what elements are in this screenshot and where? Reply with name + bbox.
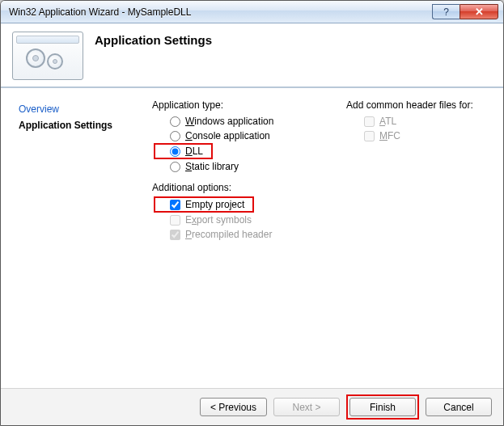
checkbox-input (170, 230, 180, 240)
help-icon: ? (443, 6, 449, 18)
checkbox-label: ATL (379, 116, 396, 127)
checkbox-empty-project[interactable]: Empty project (154, 196, 254, 213)
radio-input[interactable] (170, 116, 180, 127)
wizard-body: Overview Application Settings Applicatio… (1, 88, 503, 385)
sidebar-item-overview[interactable]: Overview (19, 101, 126, 117)
gear-icon (26, 49, 45, 68)
header-graphic (12, 32, 83, 80)
previous-button-wrap: < Previous (200, 398, 267, 416)
additional-options-label: Additional options: (152, 182, 322, 193)
application-type-label: Application type: (152, 99, 322, 111)
checkbox-input (170, 215, 180, 226)
right-column: Add common header files for: ATL MFC (346, 99, 492, 377)
checkbox-precompiled-header: Precompiled header (152, 227, 322, 242)
checkbox-label: Export symbols (185, 214, 252, 226)
common-header-label: Add common header files for: (346, 99, 492, 111)
sidebar-item-application-settings[interactable]: Application Settings (19, 117, 126, 133)
next-button: Next > (273, 398, 340, 416)
finish-button[interactable]: Finish (349, 398, 416, 416)
radio-input[interactable] (170, 162, 180, 172)
titlebar: Win32 Application Wizard - MySampleDLL ?… (1, 1, 503, 23)
checkbox-label: Precompiled header (185, 229, 272, 240)
radio-input[interactable] (170, 146, 180, 157)
cancel-button[interactable]: Cancel (426, 398, 492, 416)
checkbox-export-symbols: Export symbols (152, 213, 322, 227)
cancel-button-wrap: Cancel (426, 398, 492, 416)
radio-label: Static library (185, 161, 239, 172)
close-button[interactable]: ✕ (460, 4, 498, 19)
radio-label: DLL (185, 146, 203, 157)
checkbox-mfc: MFC (346, 129, 492, 143)
radio-console-application[interactable]: Console application (152, 129, 322, 143)
help-button[interactable]: ? (432, 4, 460, 19)
next-button-wrap: Next > (273, 398, 340, 416)
content-area: Application type: Windows application Co… (134, 88, 503, 385)
checkbox-atl: ATL (346, 114, 492, 129)
checkbox-label: MFC (379, 130, 400, 141)
checkbox-input (364, 131, 375, 141)
radio-dll[interactable]: DLL (154, 143, 213, 159)
radio-windows-application[interactable]: Windows application (152, 114, 322, 129)
wizard-window: Win32 Application Wizard - MySampleDLL ?… (0, 0, 504, 426)
radio-static-library[interactable]: Static library (152, 159, 322, 174)
checkbox-label: Empty project (185, 199, 244, 210)
window-buttons: ? ✕ (432, 4, 498, 19)
page-title: Application Settings (95, 32, 212, 47)
left-column: Application type: Windows application Co… (152, 99, 322, 377)
radio-label: Console application (185, 130, 270, 141)
radio-label: Windows application (185, 116, 273, 127)
radio-input[interactable] (170, 131, 180, 141)
checkbox-input (364, 116, 375, 127)
wizard-header: Application Settings (1, 23, 503, 88)
finish-button-wrap: Finish (346, 394, 419, 420)
previous-button[interactable]: < Previous (200, 398, 267, 416)
checkbox-input[interactable] (170, 200, 180, 210)
wizard-footer: < Previous Next > Finish Cancel (1, 388, 503, 425)
window-title: Win32 Application Wizard - MySampleDLL (6, 6, 432, 18)
close-icon: ✕ (475, 6, 484, 18)
gear-icon (47, 53, 63, 70)
sidebar: Overview Application Settings (1, 88, 134, 385)
